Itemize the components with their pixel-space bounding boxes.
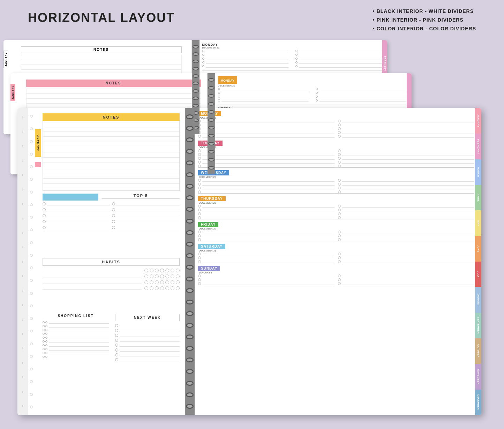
feb-tab-back: FEBRUARY: [384, 56, 386, 71]
spiral-ring: [193, 74, 199, 78]
day-date-thursday: DECEMBER 29: [199, 202, 474, 204]
shopping-section: SHOPPING LIST: [43, 314, 109, 358]
bullet-2: PINK INTERIOR - PINK DIVIDERS: [373, 16, 476, 24]
spiral-ring: [186, 184, 194, 189]
mid-notes-header: NOTES: [26, 80, 201, 87]
mid-jan-label: JANUARY: [12, 85, 14, 100]
bullet-1: BLACK INTERIOR - WHITE DIVIDERS: [373, 7, 476, 16]
habits-header: HABITS: [43, 258, 180, 266]
spiral-ring: [186, 334, 194, 339]
day-date-sunday: JANUARY 1: [199, 271, 474, 274]
day-saturday: SATURDAY DECEMBER 31: [198, 243, 474, 263]
day-tuesday: TUESDAY DECEMBER 27: [198, 140, 474, 168]
tab-october[interactable]: OCTOBER: [475, 338, 481, 364]
spiral-ring: [193, 104, 199, 107]
note-line: [21, 55, 181, 60]
notes-body: [43, 121, 180, 191]
spiral-ring: [208, 86, 215, 90]
spiral-ring: [186, 172, 194, 177]
spiral-ring: [186, 358, 194, 362]
habits-section: HABITS: [43, 258, 180, 290]
nextweek-header: NEXT WEEK: [115, 314, 180, 321]
tab-february[interactable]: FEBRUARY: [475, 134, 481, 159]
spiral-ring: [186, 253, 194, 258]
note-line: [21, 60, 181, 65]
jan-label: JANUARY: [37, 135, 40, 151]
tab-november[interactable]: NOVEMBER: [475, 364, 481, 389]
spiral-ring: [186, 277, 194, 281]
spiral-ring: [208, 94, 215, 98]
tab-december[interactable]: DECEMBER: [475, 390, 481, 415]
notes-header: NOTES: [43, 113, 180, 121]
spiral-ring: [186, 346, 194, 351]
spiral-ring: [193, 67, 199, 70]
tab-june[interactable]: JUNE: [475, 236, 481, 262]
spiral-ring: [193, 60, 199, 63]
spiral-ring: [186, 323, 194, 328]
spiral-ring: [186, 392, 194, 397]
notes-section: NOTES: [43, 113, 180, 191]
day-date-wednesday: DECEMBER 28: [199, 176, 474, 178]
day-date-tuesday: DECEMBER 27: [199, 146, 474, 149]
spiral-ring: [186, 381, 194, 386]
day-date-monday: DECEMBER 26: [199, 116, 474, 119]
spiral-ring: [208, 142, 215, 145]
day-tag-thursday: THURSDAY: [198, 196, 226, 201]
page-title: HORIZONTAL LAYOUT: [28, 10, 175, 25]
spiral-ring: [208, 134, 215, 137]
spiral-ring: [208, 150, 215, 153]
week-schedule: MONDAY DECEMBER 26: [195, 108, 481, 415]
tab-april[interactable]: APRIL: [475, 185, 481, 210]
day-sunday: SUNDAY JANUARY 1: [198, 265, 474, 285]
spiral-ring: [186, 230, 194, 235]
day-friday: FRIDAY DECEMBER 30: [198, 221, 474, 241]
top5-lists: [43, 202, 180, 229]
front-right-page: MONDAY DECEMBER 26: [195, 108, 481, 415]
spiral-ring: [186, 369, 194, 374]
spiral-ring: [186, 149, 194, 154]
spiral-ring: [186, 219, 194, 224]
spiral-ring: [193, 89, 199, 93]
back-notes-header: NOTES: [21, 46, 182, 53]
spiral-ring: [186, 300, 194, 304]
tab-march[interactable]: MARCH: [475, 159, 481, 185]
tab-july[interactable]: JULY: [475, 262, 481, 287]
spiral-ring: [208, 126, 215, 129]
day-monday: MONDAY DECEMBER 26: [198, 110, 474, 138]
day-tag-sunday: SUNDAY: [198, 266, 220, 271]
spiral-ring: [186, 137, 194, 142]
month-tabs: JANUARY FEBRUARY MARCH APRIL MAY JUNE JU…: [475, 108, 481, 415]
front-left-page: ››› ››› ››› ››› ››› ››› ››› JANUARY NOTE…: [17, 108, 185, 415]
day-tag-saturday: SATURDAY: [198, 244, 225, 249]
tab-may[interactable]: MAY: [475, 210, 481, 236]
nextweek-section: NEXT WEEK: [115, 314, 180, 361]
tab-january[interactable]: JANUARY: [475, 108, 481, 134]
spiral-ring: [193, 82, 199, 85]
mid-jan-tab: JANUARY: [10, 84, 15, 101]
spiral-ring: [208, 158, 215, 161]
spiral-ring: [186, 160, 194, 165]
spiral-ring: [193, 52, 199, 56]
day-thursday: THURSDAY DECEMBER 29: [198, 195, 474, 219]
spiral-ring: [208, 118, 215, 122]
spiral-ring: [193, 45, 199, 48]
top5-blue-bar: [43, 194, 98, 201]
tab-september[interactable]: SEPTEMBER: [475, 313, 481, 338]
spiral-ring: [186, 242, 194, 247]
spiral-ring: [208, 166, 215, 170]
spiral-ring: [208, 110, 215, 114]
spiral-ring: [193, 97, 199, 100]
note-line: [21, 65, 181, 70]
spiral-ring: [186, 404, 194, 409]
spiral-ring: [186, 207, 194, 212]
feature-list: BLACK INTERIOR - WHITE DIVIDERS PINK INT…: [373, 7, 476, 33]
shopping-header: SHOPPING LIST: [43, 314, 109, 319]
chevron-edge: ››› ››› ››› ››› ››› ››› ›››: [17, 108, 28, 415]
tab-august[interactable]: AUGUST: [475, 287, 481, 313]
mid-spiral: [208, 73, 215, 174]
day-wednesday: WEDNESDAY DECEMBER 28: [198, 169, 474, 194]
circles-column: [29, 108, 34, 415]
back-day-monday: MONDAY DECEMBER 26: [202, 43, 382, 68]
spiral-ring: [186, 311, 194, 316]
top5-section: TOP 5: [43, 194, 180, 201]
